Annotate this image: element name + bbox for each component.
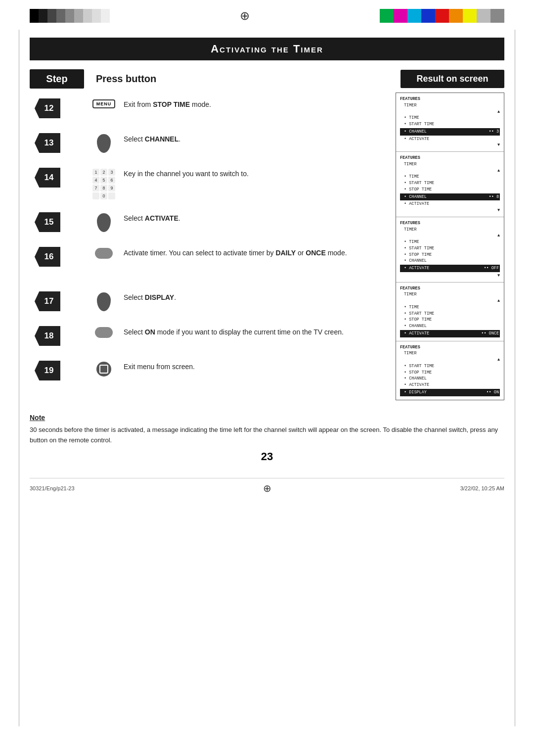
screen-line: • ACTIVATE — [400, 382, 500, 388]
footer-right: 3/22/02, 10:25 AM — [460, 485, 504, 491]
note-title: Note — [30, 412, 504, 423]
step-icon-roundrect — [84, 245, 124, 259]
screen-line: TIMER — [400, 227, 500, 233]
step-icon-menu: MENU — [84, 96, 124, 108]
right-color-blocks — [380, 9, 504, 23]
footer: 30321/Eng/p21-23 ⊕ 3/22/02, 10:25 AM — [30, 478, 504, 498]
screen-panel-1: FEATURES TIMER ▲ • TIME • START TIME • C… — [396, 93, 504, 152]
screen-line-highlighted: • DISPLAY•• ON — [400, 389, 500, 396]
screen-line: ▲ — [400, 168, 500, 174]
screen-line: • CHANNEL — [400, 323, 500, 330]
step-desc-13: Select CHANNEL. — [124, 131, 396, 144]
screen-line: TIMER — [400, 291, 500, 298]
note-section: Note 30 seconds before the timer is acti… — [30, 412, 504, 446]
round-rect-icon — [95, 248, 113, 259]
step-icon-oval — [84, 131, 124, 153]
step-row: 12 MENU Exit from STOP TIME mode. — [30, 93, 396, 127]
screen-line: TIMER — [400, 102, 500, 109]
screen-panel-4: FEATURES TIMER ▲ • TIME • START TIME • S… — [396, 283, 504, 341]
oval-nav-icon — [97, 134, 111, 153]
step-icon-oval2 — [84, 210, 124, 232]
screen-line: • TIME — [400, 239, 500, 245]
step-number-16: 16 — [30, 245, 84, 267]
screen-line: ▲ — [400, 357, 500, 363]
screen-line: • START TIME — [400, 311, 500, 317]
screen-line: • STOP TIME — [400, 317, 500, 323]
screen-line: ▲ — [400, 298, 500, 304]
screen-line: FEATURES — [400, 96, 500, 102]
step-row: 15 Select ACTIVATE. — [30, 206, 396, 241]
step-row: 13 Select CHANNEL. — [30, 127, 396, 162]
step-icon-exit — [84, 359, 124, 377]
numpad-icon: 123 456 789 0 — [92, 169, 115, 199]
screen-panels: FEATURES TIMER ▲ • TIME • START TIME • C… — [396, 93, 504, 400]
screen-panel-3: FEATURES TIMER ▲ • TIME • START TIME • S… — [396, 217, 504, 283]
step-row: 19 Exit menu from screen. — [30, 355, 396, 389]
page-number: 23 — [0, 450, 534, 463]
bottom-crosshair: ⊕ — [263, 482, 271, 494]
screen-line: ▼ — [400, 142, 500, 148]
screen-line: ▼ — [400, 273, 500, 279]
top-crosshair — [110, 9, 380, 23]
screen-line: TIMER — [400, 161, 500, 168]
footer-left: 30321/Eng/p21-23 — [30, 485, 75, 491]
left-color-blocks — [30, 9, 110, 23]
screen-line: • START TIME — [400, 363, 500, 370]
screen-line: • STOP TIME — [400, 370, 500, 376]
oval-nav-icon — [97, 213, 111, 232]
screen-line: • START TIME — [400, 121, 500, 128]
step-number-13: 13 — [30, 131, 84, 153]
col-result-header: Result on screen — [400, 70, 504, 88]
col-press-header: Press button — [90, 69, 400, 89]
step-desc-14: Key in the channel you want to switch to… — [124, 166, 396, 179]
step-row: 17 Select DISPLAY. — [30, 285, 396, 320]
step-row: 16 Activate timer. You can select to act… — [30, 241, 396, 285]
step-number-12: 12 — [30, 96, 84, 118]
screen-line: • START TIME — [400, 180, 500, 187]
step-desc-18: Select ON mode if you want to display th… — [124, 324, 396, 337]
screen-line-highlighted: • ACTIVATE•• ONCE — [400, 330, 500, 337]
screen-line: • CHANNEL — [400, 258, 500, 264]
note-text: 30 seconds before the timer is activated… — [30, 425, 504, 446]
steps-and-screens: 12 MENU Exit from STOP TIME mode. 13 — [30, 93, 504, 400]
screen-panel-2: FEATURES TIMER ▲ • TIME • START TIME • S… — [396, 152, 504, 217]
step-number-14: 14 — [30, 166, 84, 188]
step-row: 14 123 456 789 0 Key in the channel you … — [30, 162, 396, 206]
step-number-17: 17 — [30, 289, 84, 311]
right-border — [514, 30, 515, 726]
step-desc-15: Select ACTIVATE. — [124, 210, 396, 224]
screen-line: • TIME — [400, 304, 500, 311]
screen-line-highlighted: • CHANNEL•• 3 — [400, 128, 500, 136]
screen-line: FEATURES — [400, 344, 500, 351]
screen-line: ▼ — [400, 207, 500, 214]
screen-line: • TIME — [400, 174, 500, 180]
screen-line-highlighted: • ACTIVATE•• OFF — [400, 265, 500, 272]
step-desc-17: Select DISPLAY. — [124, 289, 396, 303]
screen-line-highlighted: • CHANNEL•• 8 — [400, 193, 500, 201]
step-number-19: 19 — [30, 359, 84, 380]
screen-line: • ACTIVATE — [400, 136, 500, 142]
main-content: Activating the Timer Step Press button R… — [30, 23, 504, 445]
screen-line: • START TIME — [400, 245, 500, 252]
screen-line: • TIME — [400, 115, 500, 121]
top-color-bar — [0, 9, 534, 23]
round-rect-icon — [95, 327, 113, 338]
step-icon-roundrect2 — [84, 324, 124, 338]
step-row: 18 Select ON mode if you want to display… — [30, 320, 396, 355]
screen-line: FEATURES — [400, 155, 500, 161]
left-border — [19, 30, 20, 726]
screen-line: • ACTIVATE — [400, 201, 500, 207]
step-number-15: 15 — [30, 210, 84, 232]
page-title: Activating the Timer — [30, 38, 504, 60]
screen-line: • STOP TIME — [400, 187, 500, 193]
screen-line: FEATURES — [400, 285, 500, 292]
screen-panel-5: FEATURES TIMER ▲ • START TIME • STOP TIM… — [396, 341, 504, 400]
step-icon-numpad: 123 456 789 0 — [84, 166, 124, 199]
step-icon-oval3 — [84, 289, 124, 311]
step-number-18: 18 — [30, 324, 84, 346]
step-desc-19: Exit menu from screen. — [124, 359, 396, 372]
screen-line: • STOP TIME — [400, 252, 500, 258]
step-desc-12: Exit from STOP TIME mode. — [124, 96, 396, 110]
screen-line: FEATURES — [400, 220, 500, 227]
exit-button-icon — [96, 362, 111, 377]
